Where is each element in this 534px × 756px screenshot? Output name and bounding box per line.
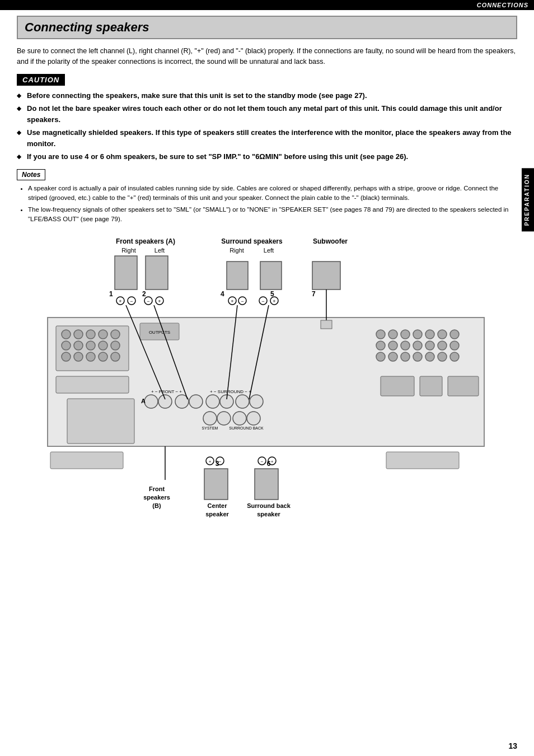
svg-rect-11 xyxy=(312,262,340,290)
svg-text:−: − xyxy=(147,298,149,304)
svg-point-48 xyxy=(86,352,95,361)
svg-point-65 xyxy=(217,412,231,425)
svg-point-76 xyxy=(450,330,459,339)
svg-point-64 xyxy=(203,412,217,425)
svg-text:A: A xyxy=(141,398,146,404)
svg-text:Subwoofer: Subwoofer xyxy=(313,237,348,245)
svg-rect-35 xyxy=(56,376,129,393)
svg-point-72 xyxy=(401,330,410,339)
svg-text:Right: Right xyxy=(121,247,136,254)
svg-point-86 xyxy=(401,352,410,361)
svg-rect-122 xyxy=(50,452,123,469)
svg-point-42 xyxy=(74,341,83,350)
svg-point-71 xyxy=(388,330,397,339)
svg-point-43 xyxy=(86,341,95,350)
svg-point-90 xyxy=(450,352,459,361)
svg-point-47 xyxy=(74,352,83,361)
note-item-1: A speaker cord is actually a pair of ins… xyxy=(28,184,517,203)
note-item-2: The low-frequency signals of other speak… xyxy=(28,205,517,225)
svg-point-45 xyxy=(111,341,120,350)
svg-text:−: − xyxy=(130,298,133,304)
svg-text:+: + xyxy=(273,298,275,304)
svg-rect-92 xyxy=(420,376,442,396)
intro-text: Be sure to connect the left channel (L),… xyxy=(17,46,517,67)
svg-point-87 xyxy=(413,352,422,361)
svg-text:+: + xyxy=(231,298,233,304)
svg-rect-9 xyxy=(227,262,248,290)
svg-text:Front speakers (A): Front speakers (A) xyxy=(116,237,175,245)
svg-text:+: + xyxy=(158,298,161,304)
svg-point-74 xyxy=(425,330,434,339)
svg-rect-91 xyxy=(381,376,414,396)
svg-point-70 xyxy=(376,330,385,339)
svg-point-81 xyxy=(425,341,434,350)
svg-text:7: 7 xyxy=(312,290,316,298)
svg-point-60 xyxy=(206,395,219,408)
svg-point-83 xyxy=(450,341,459,350)
svg-text:+: + xyxy=(271,459,274,464)
svg-point-40 xyxy=(111,330,120,339)
side-preparation-tab: PREPARATION xyxy=(522,168,534,231)
svg-text:(B): (B) xyxy=(152,502,161,509)
page-number: 13 xyxy=(508,741,517,750)
svg-text:−: − xyxy=(261,459,264,464)
svg-text:Center: Center xyxy=(208,502,228,509)
svg-text:speaker: speaker xyxy=(257,511,280,517)
svg-text:+ −  FRONT −  +: + − FRONT − + xyxy=(151,389,182,394)
caution-label: CAUTION xyxy=(17,74,65,86)
caution-item-4: If you are to use 4 or 6 ohm speakers, b… xyxy=(17,151,517,162)
page-title: Connecting speakers xyxy=(17,16,517,39)
svg-text:1: 1 xyxy=(109,290,113,298)
svg-point-49 xyxy=(99,352,107,361)
svg-point-55 xyxy=(158,395,172,408)
svg-text:4: 4 xyxy=(221,290,224,298)
svg-text:Left: Left xyxy=(154,247,165,254)
svg-text:OUTPUTS: OUTPUTS xyxy=(149,330,170,335)
svg-point-44 xyxy=(99,341,107,350)
svg-text:SURROUND BACK: SURROUND BACK xyxy=(229,426,264,430)
svg-point-63 xyxy=(250,395,263,408)
svg-rect-10 xyxy=(260,262,282,290)
svg-text:speakers: speakers xyxy=(143,494,170,501)
svg-point-79 xyxy=(401,341,410,350)
svg-point-41 xyxy=(62,341,71,350)
svg-point-67 xyxy=(247,412,260,425)
svg-text:−: − xyxy=(241,298,243,304)
svg-text:2: 2 xyxy=(142,290,146,298)
svg-point-85 xyxy=(388,352,397,361)
caution-item-2: Do not let the bare speaker wires touch … xyxy=(17,103,517,125)
svg-point-80 xyxy=(413,341,422,350)
svg-text:+: + xyxy=(119,298,121,304)
svg-text:−: − xyxy=(261,298,264,304)
svg-text:Surround back: Surround back xyxy=(247,502,291,509)
svg-text:+: + xyxy=(209,459,212,464)
svg-rect-94 xyxy=(67,399,134,444)
svg-rect-8 xyxy=(146,256,168,290)
svg-point-82 xyxy=(438,341,447,350)
svg-point-50 xyxy=(111,352,120,361)
svg-point-66 xyxy=(233,412,246,425)
svg-point-77 xyxy=(376,341,385,350)
svg-point-84 xyxy=(376,352,385,361)
svg-text:+  − SURROUND − +: + − SURROUND − + xyxy=(210,389,251,394)
speaker-diagram: Front speakers (A) Right Left Surround s… xyxy=(17,234,509,592)
caution-item-1: Before connecting the speakers, make sur… xyxy=(17,90,517,101)
notes-label: Notes xyxy=(17,169,45,180)
svg-point-75 xyxy=(438,330,447,339)
svg-point-54 xyxy=(144,395,158,408)
svg-rect-118 xyxy=(255,469,278,500)
svg-rect-110 xyxy=(204,469,228,500)
notes-list: A speaker cord is actually a pair of ins… xyxy=(28,184,517,225)
caution-list: Before connecting the speakers, make sur… xyxy=(17,90,517,162)
svg-point-62 xyxy=(236,395,249,408)
svg-point-88 xyxy=(425,352,434,361)
svg-point-89 xyxy=(438,352,447,361)
diagram-area: Front speakers (A) Right Left Surround s… xyxy=(17,234,517,594)
svg-rect-123 xyxy=(386,452,459,469)
svg-point-46 xyxy=(62,352,71,361)
section-label: CONNECTIONS xyxy=(477,2,528,8)
top-bar: CONNECTIONS xyxy=(0,0,534,10)
svg-rect-100 xyxy=(321,320,332,329)
svg-point-73 xyxy=(413,330,422,339)
svg-text:Right: Right xyxy=(229,247,244,254)
